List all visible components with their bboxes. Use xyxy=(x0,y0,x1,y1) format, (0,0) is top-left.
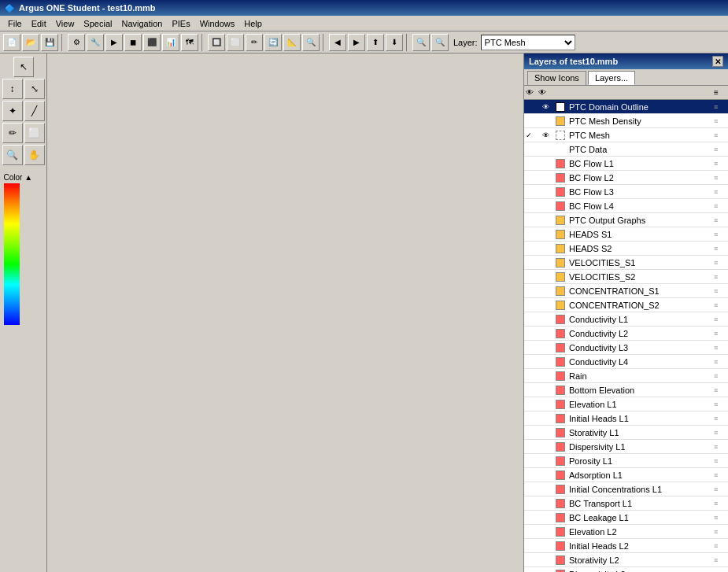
tb-btn-11[interactable]: 🔄 xyxy=(264,34,282,51)
menu-pies[interactable]: PIEs xyxy=(167,17,194,30)
new-button[interactable]: 📄 xyxy=(3,34,20,51)
layers-list[interactable]: 👁PTC Domain Outline≡PTC Mesh Density≡✓👁P… xyxy=(524,100,728,572)
layer-item[interactable]: Rain≡ xyxy=(524,369,728,383)
menu-edit[interactable]: Edit xyxy=(27,17,51,30)
tb-btn-13[interactable]: 🔍 xyxy=(302,34,320,51)
layer-item[interactable]: BC Flow L2≡ xyxy=(524,171,728,185)
layer-item[interactable]: PTC Output Graphs≡ xyxy=(524,213,728,227)
layer-eye-icon[interactable] xyxy=(539,143,552,156)
layer-eye-icon[interactable] xyxy=(539,441,552,453)
save-button[interactable]: 💾 xyxy=(41,34,58,51)
layer-eye-icon[interactable] xyxy=(539,271,552,283)
menu-view[interactable]: View xyxy=(51,17,79,30)
tool-btn-point[interactable]: ✦ xyxy=(2,101,23,121)
layer-eye-icon[interactable] xyxy=(539,554,552,566)
layer-item[interactable]: Initial Concentrations L1≡ xyxy=(524,482,728,496)
layer-eye-icon[interactable] xyxy=(539,242,552,255)
layer-item[interactable]: PTC Data≡ xyxy=(524,142,728,157)
layer-eye-icon[interactable] xyxy=(539,256,552,269)
layer-eye-icon[interactable] xyxy=(539,214,552,227)
tb-zoom-in[interactable]: 🔍 xyxy=(412,34,430,51)
layer-eye-icon[interactable] xyxy=(539,398,552,411)
layer-eye-icon[interactable] xyxy=(539,497,552,510)
layer-eye-icon[interactable] xyxy=(539,299,552,312)
menu-special[interactable]: Special xyxy=(79,17,116,30)
menu-windows[interactable]: Windows xyxy=(195,17,240,30)
tb-btn-4[interactable]: ◼ xyxy=(124,34,142,51)
tb-btn-5[interactable]: ⬛ xyxy=(143,34,161,51)
layer-eye-icon[interactable] xyxy=(539,426,552,439)
layer-eye-icon[interactable] xyxy=(539,483,552,496)
layer-eye-icon[interactable] xyxy=(539,412,552,425)
layer-item[interactable]: HEADS S2≡ xyxy=(524,242,728,256)
tb-btn-3[interactable]: ▶ xyxy=(105,34,123,51)
layer-eye-icon[interactable] xyxy=(539,172,552,184)
layer-item[interactable]: CONCENTRATION_S2≡ xyxy=(524,298,728,312)
tb-btn-14[interactable]: ◀ xyxy=(329,34,346,51)
menu-file[interactable]: File xyxy=(3,17,27,30)
tb-btn-9[interactable]: ⬜ xyxy=(227,34,244,51)
menu-navigation[interactable]: Navigation xyxy=(116,17,167,30)
layers-close-button[interactable]: ✕ xyxy=(712,56,723,67)
layer-item[interactable]: CONCENTRATION_S1≡ xyxy=(524,284,728,298)
layer-eye-icon[interactable] xyxy=(539,285,552,297)
layer-eye-icon[interactable] xyxy=(539,157,552,170)
tb-btn-15[interactable]: ▶ xyxy=(348,34,365,51)
layer-eye-icon[interactable] xyxy=(539,327,552,340)
layer-item[interactable]: Storativity L1≡ xyxy=(524,426,728,440)
layer-item[interactable]: BC Flow L3≡ xyxy=(524,185,728,199)
layer-item[interactable]: PTC Mesh Density≡ xyxy=(524,114,728,128)
tb-btn-2[interactable]: 🔧 xyxy=(87,34,104,51)
layer-eye-icon[interactable] xyxy=(539,186,552,198)
tb-zoom-out[interactable]: 🔍 xyxy=(431,34,449,51)
layer-item[interactable]: BC Leakage L1≡ xyxy=(524,511,728,525)
layer-item[interactable]: Initial Heads L2≡ xyxy=(524,539,728,553)
tool-btn-eraser[interactable]: ⬜ xyxy=(24,123,45,143)
layer-eye-icon[interactable] xyxy=(539,455,552,467)
layer-eye-icon[interactable]: 👁 xyxy=(539,129,552,142)
layer-eye-icon[interactable] xyxy=(539,313,552,326)
layer-item[interactable]: BC Flow L4≡ xyxy=(524,199,728,213)
layer-eye-icon[interactable] xyxy=(539,341,552,354)
layer-item[interactable]: Bottom Elevation≡ xyxy=(524,383,728,397)
layer-eye-icon[interactable] xyxy=(539,384,552,397)
layer-eye-icon[interactable] xyxy=(539,115,552,127)
tb-btn-6[interactable]: 📊 xyxy=(162,34,179,51)
layer-item[interactable]: Conductivity L2≡ xyxy=(524,327,728,341)
layer-eye-icon[interactable] xyxy=(539,370,552,382)
tab-layers[interactable]: Layers... xyxy=(588,71,635,85)
layer-eye-icon[interactable] xyxy=(539,356,552,368)
tool-btn-lasso[interactable]: ⤡ xyxy=(24,79,45,99)
layer-item[interactable]: Elevation L1≡ xyxy=(524,397,728,411)
layer-eye-icon[interactable] xyxy=(539,511,552,524)
layer-eye-icon[interactable] xyxy=(539,526,552,538)
layer-item[interactable]: VELOCITIES_S1≡ xyxy=(524,256,728,270)
layer-item[interactable]: Storativity L2≡ xyxy=(524,553,728,567)
layer-item[interactable]: Conductivity L4≡ xyxy=(524,355,728,369)
map-wrapper[interactable]: 000 570000 572000 574000 576000 5780 388… xyxy=(47,54,523,572)
layer-item[interactable]: Dispersivity L1≡ xyxy=(524,440,728,454)
tb-btn-10[interactable]: ✏ xyxy=(246,34,263,51)
tool-btn-pen[interactable]: ✏ xyxy=(2,123,23,143)
layer-item[interactable]: VELOCITIES_S2≡ xyxy=(524,270,728,284)
layer-item[interactable]: ✓👁PTC Mesh≡ xyxy=(524,128,728,142)
layer-item[interactable]: Conductivity L1≡ xyxy=(524,312,728,327)
layer-item[interactable]: HEADS S1≡ xyxy=(524,227,728,242)
tool-btn-zoom[interactable]: 🔍 xyxy=(2,145,23,165)
tool-btn-select[interactable]: ↖ xyxy=(13,57,34,77)
layer-eye-icon[interactable] xyxy=(539,540,552,552)
tool-btn-pan[interactable]: ✋ xyxy=(24,145,45,165)
layer-item[interactable]: Elevation L2≡ xyxy=(524,525,728,539)
tb-btn-17[interactable]: ⬇ xyxy=(386,34,403,51)
tb-btn-7[interactable]: 🗺 xyxy=(181,34,198,51)
layer-eye-icon[interactable] xyxy=(539,469,552,482)
layer-item[interactable]: 👁PTC Domain Outline≡ xyxy=(524,100,728,114)
layer-item[interactable]: Conductivity L3≡ xyxy=(524,341,728,355)
tb-btn-1[interactable]: ⚙ xyxy=(68,34,85,51)
layer-eye-icon[interactable] xyxy=(539,568,552,573)
layer-eye-icon[interactable] xyxy=(539,228,552,241)
layer-item[interactable]: Porosity L1≡ xyxy=(524,454,728,468)
menu-help[interactable]: Help xyxy=(239,17,267,30)
layer-item[interactable]: Initial Heads L1≡ xyxy=(524,411,728,426)
layer-item[interactable]: Dispersivity L2≡ xyxy=(524,567,728,572)
